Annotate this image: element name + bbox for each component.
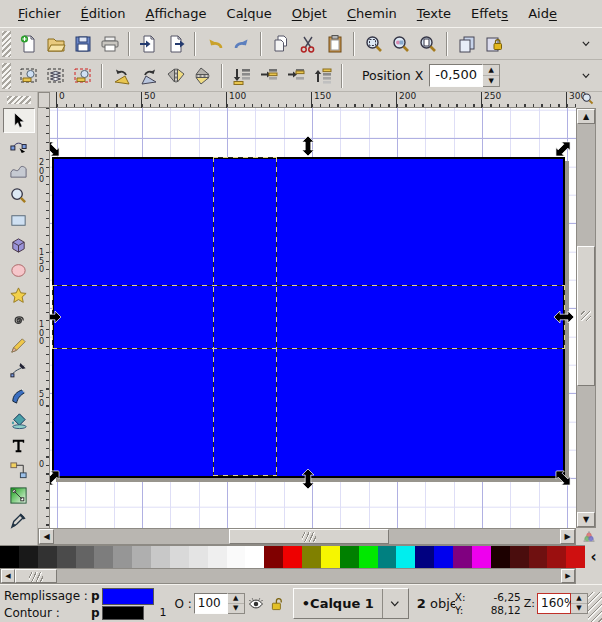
menu-texte[interactable]: Texte xyxy=(407,2,461,25)
palette-swatch[interactable] xyxy=(547,546,566,568)
select-all-layers-button[interactable] xyxy=(42,62,69,89)
layer-dropdown-button[interactable] xyxy=(382,589,404,618)
palette-scroll-right[interactable]: ▶ xyxy=(561,569,575,583)
vertical-scroll-thumb[interactable] xyxy=(577,246,595,386)
scroll-left-button[interactable]: ◀ xyxy=(39,529,54,544)
horizontal-scrollbar[interactable]: ◀ ▶ xyxy=(38,528,576,545)
palette-swatch[interactable] xyxy=(0,546,19,568)
color-management-button[interactable] xyxy=(578,528,600,545)
menu-fichier[interactable]: Fichier xyxy=(8,2,71,25)
calligraphy-tool-button[interactable] xyxy=(3,383,35,408)
palette-swatch[interactable] xyxy=(38,546,57,568)
palette-swatch[interactable] xyxy=(132,546,151,568)
cut-button[interactable] xyxy=(294,30,321,57)
gradient-tool-button[interactable] xyxy=(3,483,35,508)
clone-button[interactable] xyxy=(480,30,507,57)
selected-horizontal-strip-bbox[interactable] xyxy=(52,285,565,349)
palette-swatch[interactable] xyxy=(359,546,378,568)
palette-swatch[interactable] xyxy=(189,546,208,568)
palette-swatch[interactable] xyxy=(245,546,264,568)
palette-swatch[interactable] xyxy=(340,546,359,568)
palette-swatch[interactable] xyxy=(19,546,38,568)
menu-affichage[interactable]: Affichage xyxy=(135,2,216,25)
quick-zoom-button[interactable] xyxy=(576,92,602,108)
palette-swatch[interactable] xyxy=(113,546,132,568)
palette-more-button[interactable]: ‹ xyxy=(585,545,602,568)
scroll-right-button[interactable]: ▶ xyxy=(560,529,575,544)
palette-swatch[interactable] xyxy=(283,546,302,568)
zoom-tool-button[interactable] xyxy=(3,183,35,208)
position-x-spinbox[interactable]: -0,500▲▼ xyxy=(429,64,500,87)
toolbar-overflow-button[interactable] xyxy=(578,67,596,85)
opacity-value[interactable]: 100 xyxy=(194,593,228,614)
rotate-cw-button[interactable] xyxy=(135,62,162,89)
zoom-drawing-button[interactable] xyxy=(387,30,414,57)
layer-selector[interactable]: •Calque 1 xyxy=(293,588,409,619)
palette-swatch[interactable] xyxy=(453,546,472,568)
palette-swatch[interactable] xyxy=(529,546,548,568)
canvas[interactable] xyxy=(50,108,576,528)
vertical-scrollbar[interactable]: ▲ ▼ xyxy=(576,108,596,528)
scale-handle-right[interactable] xyxy=(553,310,575,324)
lower-button[interactable] xyxy=(255,62,282,89)
export-button[interactable] xyxy=(162,30,189,57)
fill-color-swatch[interactable] xyxy=(102,588,154,605)
palette-swatch[interactable] xyxy=(57,546,76,568)
scroll-up-button[interactable]: ▲ xyxy=(577,109,595,124)
palette-swatch[interactable] xyxy=(76,546,95,568)
fill-stroke-indicator[interactable]: Remplissage : p Contour : p 1 xyxy=(4,588,166,620)
dropper-tool-button[interactable] xyxy=(3,508,35,533)
select-all-button[interactable] xyxy=(15,62,42,89)
zoom-selection-button[interactable] xyxy=(360,30,387,57)
toolbar-grip[interactable] xyxy=(2,63,11,89)
raise-to-top-button[interactable] xyxy=(309,62,336,89)
opacity-spinbox[interactable]: 100 ▲▼ xyxy=(194,593,245,614)
spiral-tool-button[interactable] xyxy=(3,308,35,333)
flip-vertical-button[interactable] xyxy=(189,62,216,89)
opacity-spinner[interactable]: ▲▼ xyxy=(228,593,245,614)
menu-aide[interactable]: Aide xyxy=(518,2,567,25)
menu-effets[interactable]: Effets xyxy=(461,2,518,25)
palette-swatch[interactable] xyxy=(264,546,283,568)
palette-swatch[interactable] xyxy=(396,546,415,568)
position-x-spinner[interactable]: ▲▼ xyxy=(483,64,500,87)
palette-swatch[interactable] xyxy=(415,546,434,568)
text-tool-button[interactable] xyxy=(3,433,35,458)
menu-objet[interactable]: Objet xyxy=(282,2,337,25)
deselect-button[interactable] xyxy=(69,62,96,89)
scale-handle-left[interactable] xyxy=(50,310,62,324)
undo-button[interactable] xyxy=(201,30,228,57)
lower-to-bottom-button[interactable] xyxy=(228,62,255,89)
open-document-button[interactable] xyxy=(42,30,69,57)
duplicate-button[interactable] xyxy=(453,30,480,57)
save-document-button[interactable] xyxy=(69,30,96,57)
scroll-down-button[interactable]: ▼ xyxy=(577,512,595,527)
connector-tool-button[interactable] xyxy=(3,458,35,483)
palette-swatch[interactable] xyxy=(302,546,321,568)
vertical-ruler[interactable]: 200150100500 xyxy=(38,108,50,528)
raise-button[interactable] xyxy=(282,62,309,89)
stroke-color-swatch[interactable] xyxy=(102,606,144,620)
menu-chemin[interactable]: Chemin xyxy=(337,2,407,25)
pencil-tool-button[interactable] xyxy=(3,333,35,358)
palette-swatch[interactable] xyxy=(472,546,491,568)
print-button[interactable] xyxy=(96,30,123,57)
menu-dition[interactable]: Édition xyxy=(71,2,136,25)
copy-button[interactable] xyxy=(267,30,294,57)
horizontal-scroll-thumb[interactable] xyxy=(229,529,389,544)
palette-scrollbar[interactable]: ◀ ▶ xyxy=(0,568,576,584)
palette-swatch[interactable] xyxy=(227,546,246,568)
star-tool-button[interactable] xyxy=(3,283,35,308)
scale-handle-top[interactable] xyxy=(301,135,315,157)
horizontal-ruler[interactable]: 050100150200250300 xyxy=(50,92,576,108)
pen-tool-button[interactable] xyxy=(3,358,35,383)
tool-palette-grip[interactable] xyxy=(7,96,31,104)
layer-visibility-toggle[interactable] xyxy=(246,594,266,614)
palette-swatch[interactable] xyxy=(378,546,397,568)
window-resize-grip[interactable] xyxy=(588,592,602,622)
palette-swatch[interactable] xyxy=(151,546,170,568)
zoom-value[interactable]: 160% xyxy=(537,593,571,614)
palette-swatch[interactable] xyxy=(94,546,113,568)
zoom-spinner[interactable]: ▲▼ xyxy=(571,593,588,614)
ellipse-tool-button[interactable] xyxy=(3,258,35,283)
